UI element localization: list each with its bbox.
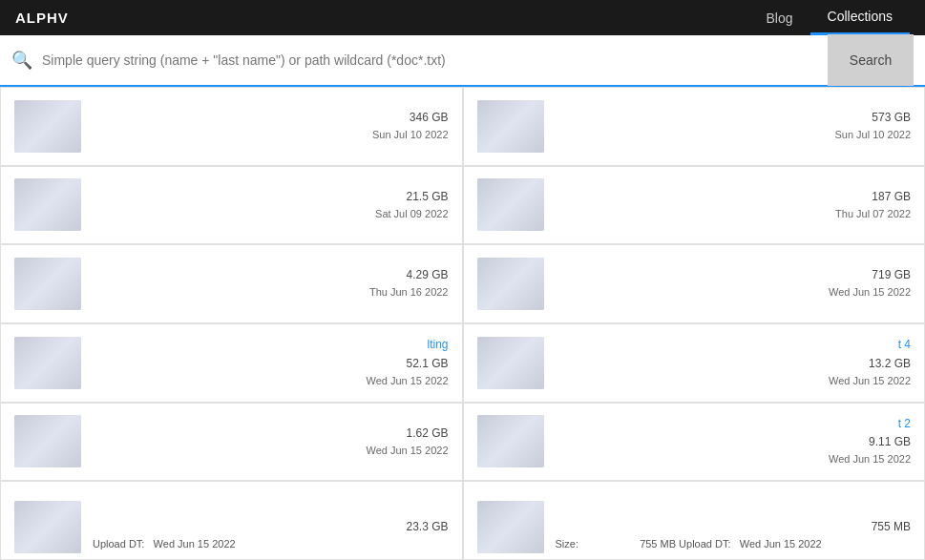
thumbnail <box>14 501 81 553</box>
thumbnail <box>14 415 81 467</box>
item-size: 9.11 GB <box>556 433 912 451</box>
search-icon: 🔍 <box>11 50 32 71</box>
item-date: Wed Jun 15 2022 <box>556 451 912 468</box>
item-info: 23.3 GB Upload DT: Wed Jun 15 2022 <box>93 518 449 553</box>
main-nav: Blog Collections <box>748 0 910 35</box>
item-size: 13.2 GB <box>556 355 912 373</box>
thumbnail <box>477 178 544 231</box>
item-date: Thu Jul 07 2022 <box>556 206 912 223</box>
thumbnail <box>14 337 81 389</box>
item-info: 573 GB Sun Jul 10 2022 <box>556 109 912 144</box>
item-info: 1.62 GB Wed Jun 15 2022 <box>93 425 449 460</box>
item-size: 719 GB <box>556 266 912 284</box>
search-bar: 🔍 Search <box>0 35 925 87</box>
item-size: 573 GB <box>556 109 912 127</box>
item-date: Thu Jun 16 2022 <box>93 284 449 301</box>
thumbnail <box>477 100 544 153</box>
grid-item[interactable]: 719 GB Wed Jun 15 2022 <box>463 244 926 323</box>
item-date: Sun Jul 10 2022 <box>556 127 912 144</box>
header: ALPHV Blog Collections <box>0 0 925 35</box>
search-input[interactable] <box>42 52 816 68</box>
item-date: Sun Jul 10 2022 <box>93 127 449 144</box>
item-date: Wed Jun 15 2022 <box>556 284 912 301</box>
grid-item[interactable]: lting 52.1 GB Wed Jun 15 2022 <box>0 323 463 403</box>
grid-item[interactable]: t 4 13.2 GB Wed Jun 15 2022 <box>463 323 926 403</box>
item-info: t 4 13.2 GB Wed Jun 15 2022 <box>556 336 912 389</box>
item-date: Sat Jul 09 2022 <box>93 206 449 223</box>
item-date: Wed Jun 15 2022 <box>93 443 449 460</box>
item-info: t 2 9.11 GB Wed Jun 15 2022 <box>556 415 912 468</box>
thumbnail <box>477 337 544 389</box>
grid-item[interactable]: 4.29 GB Thu Jun 16 2022 <box>0 244 463 323</box>
item-date: Wed Jun 15 2022 <box>556 373 912 390</box>
item-size: 23.3 GB <box>93 518 449 536</box>
thumbnail <box>14 100 81 153</box>
grid-item[interactable]: 23.3 GB Upload DT: Wed Jun 15 2022 <box>0 481 463 560</box>
thumbnail <box>14 258 81 310</box>
search-button[interactable]: Search <box>828 34 914 86</box>
grid-item[interactable]: 346 GB Sun Jul 10 2022 <box>0 87 463 166</box>
logo: ALPHV <box>15 10 748 26</box>
item-size: 21.5 GB <box>93 188 449 206</box>
thumbnail <box>477 501 544 553</box>
thumbnail <box>14 178 81 231</box>
item-size: 4.29 GB <box>93 266 449 284</box>
thumbnail <box>477 415 544 467</box>
item-info: 4.29 GB Thu Jun 16 2022 <box>93 266 449 301</box>
grid-item[interactable]: 573 GB Sun Jul 10 2022 <box>463 87 926 166</box>
item-size: 52.1 GB <box>93 355 449 373</box>
item-size: 187 GB <box>556 188 912 206</box>
results-grid: 346 GB Sun Jul 10 2022 573 GB Sun Jul 10… <box>0 87 925 560</box>
item-size: 1.62 GB <box>93 425 449 443</box>
item-meta: Size: 755 MB Upload DT: Wed Jun 15 2022 <box>556 536 912 553</box>
thumbnail <box>477 258 544 310</box>
item-info: 346 GB Sun Jul 10 2022 <box>93 109 449 144</box>
item-label: t 2 <box>556 415 912 433</box>
item-meta: Upload DT: Wed Jun 15 2022 <box>93 536 449 553</box>
grid-item[interactable]: 755 MB Size: 755 MB Upload DT: Wed Jun 1… <box>463 481 926 560</box>
grid-item[interactable]: t 2 9.11 GB Wed Jun 15 2022 <box>463 403 926 482</box>
item-size: 755 MB <box>556 518 912 536</box>
item-date: Wed Jun 15 2022 <box>93 373 449 390</box>
item-info: 187 GB Thu Jul 07 2022 <box>556 188 912 223</box>
grid-item[interactable]: 187 GB Thu Jul 07 2022 <box>463 166 926 245</box>
item-info: lting 52.1 GB Wed Jun 15 2022 <box>93 336 449 389</box>
grid-item[interactable]: 21.5 GB Sat Jul 09 2022 <box>0 166 463 245</box>
nav-collections[interactable]: Collections <box>810 0 910 35</box>
item-info: 21.5 GB Sat Jul 09 2022 <box>93 188 449 223</box>
item-info: 719 GB Wed Jun 15 2022 <box>556 266 912 301</box>
item-label: lting <box>93 336 449 354</box>
item-label: t 4 <box>556 336 912 354</box>
grid-item[interactable]: 1.62 GB Wed Jun 15 2022 <box>0 403 463 482</box>
item-info: 755 MB Size: 755 MB Upload DT: Wed Jun 1… <box>556 518 912 553</box>
item-size: 346 GB <box>93 109 449 127</box>
nav-blog[interactable]: Blog <box>748 0 809 35</box>
